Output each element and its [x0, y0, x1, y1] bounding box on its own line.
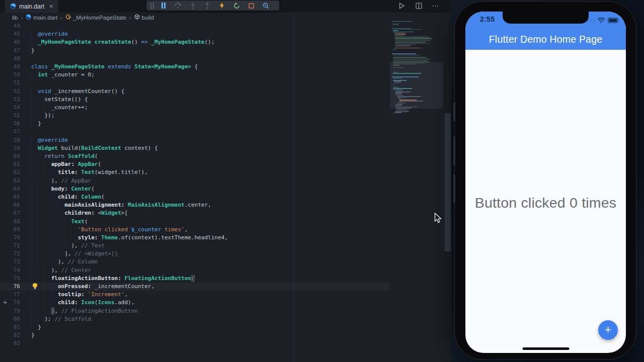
code-line[interactable]: 57	[0, 128, 390, 136]
code-line[interactable]: 69 'Button clicked $_counter times',	[0, 226, 390, 234]
volume-down-button	[453, 174, 455, 203]
code-line[interactable]: 52 void _incrementCounter() {	[0, 87, 390, 96]
code-line[interactable]: 71 ), // Text	[0, 242, 390, 250]
breadcrumb-lib[interactable]: lib	[12, 15, 18, 21]
hot-reload-icon[interactable]	[216, 1, 227, 10]
widget-inspector-icon[interactable]	[260, 1, 271, 10]
code-line[interactable]: 55 });	[0, 112, 390, 120]
code-line[interactable]: 44	[0, 22, 390, 30]
breadcrumb: lib › main.dart › _MyHomePageState › bui…	[0, 13, 451, 22]
battery-icon	[608, 16, 619, 25]
code-line[interactable]: 83	[0, 339, 390, 347]
breadcrumb-myhomepagestate[interactable]: _MyHomePageState	[65, 14, 126, 21]
method-symbol-icon	[134, 14, 140, 21]
wifi-icon	[597, 16, 605, 25]
mute-switch	[453, 102, 455, 121]
notch	[503, 12, 589, 24]
close-icon[interactable]: ×	[49, 3, 53, 10]
minimap[interactable]	[390, 13, 443, 352]
code-line[interactable]: 59 Widget build(BuildContext context) {	[0, 144, 390, 152]
app-bar-title: Flutter Demo Home Page	[465, 34, 626, 45]
code-line[interactable]: 68 Text(	[0, 218, 390, 226]
code-line[interactable]: 49class _MyHomePageState extends State<M…	[0, 63, 390, 71]
code-line[interactable]: 65 child: Column(	[0, 193, 390, 201]
code-line[interactable]: 70 style: Theme.of(context).textTheme.he…	[0, 234, 390, 242]
class-symbol-icon	[65, 14, 71, 21]
code-line[interactable]: 47}	[0, 47, 390, 55]
code-line[interactable]: 72 ], // <Widget>[]	[0, 250, 390, 258]
step-over-icon[interactable]	[173, 1, 184, 10]
code-line[interactable]: 75 floatingActionButton: FloatingActionB…	[0, 275, 390, 283]
chevron-right-icon: ›	[21, 15, 23, 21]
code-line[interactable]: 81 }	[0, 323, 390, 331]
volume-up-button	[453, 136, 455, 165]
code-line[interactable]: 56 }	[0, 120, 390, 128]
code-editor: main.dart ×	[0, 0, 451, 362]
minimap-rows	[392, 21, 442, 117]
code-line[interactable]: 46 _MyHomePageState createState() => _My…	[0, 38, 390, 46]
glyph-margin-plus-icon[interactable]: +	[3, 298, 7, 306]
chevron-right-icon: ›	[60, 15, 62, 21]
debug-toolbar	[146, 1, 279, 11]
editor-scrollbar[interactable]	[444, 13, 451, 362]
code-line[interactable]: 64 body: Center(	[0, 185, 390, 193]
code-line[interactable]: 58 @override	[0, 136, 390, 144]
code-lines: 4445 @override46 _MyHomePageState create…	[0, 22, 390, 348]
tab-title: main.dart	[19, 3, 44, 10]
code-line[interactable]: 48	[0, 55, 390, 63]
tab-main-dart[interactable]: main.dart ×	[5, 0, 58, 13]
code-line[interactable]: 80 ); // Scaffold	[0, 315, 390, 323]
more-actions-icon[interactable]: ⋯	[431, 1, 440, 10]
pause-icon[interactable]	[158, 1, 169, 10]
code-line[interactable]: 61 appBar: AppBar(	[0, 160, 390, 168]
drag-grip-icon[interactable]	[149, 1, 154, 10]
editor-actions: ⋯	[397, 1, 440, 10]
code-line[interactable]: 78 child: Icon(Icons.add),	[0, 299, 390, 307]
code-line[interactable]: 73 ), // Column	[0, 258, 390, 266]
scrollbar-thumb[interactable]	[445, 113, 451, 251]
code-line[interactable]: 67 children: <Widget>[	[0, 209, 390, 217]
step-into-icon[interactable]	[187, 1, 198, 10]
code-line[interactable]: 66 mainAxisAlignment: MainAxisAlignment.…	[0, 201, 390, 209]
chevron-right-icon: ›	[129, 15, 131, 21]
run-icon[interactable]	[397, 1, 406, 10]
code-line[interactable]: 54 _counter++;	[0, 104, 390, 112]
code-line[interactable]: 51	[0, 79, 390, 87]
code-line[interactable]: 53 setState(() {	[0, 96, 390, 104]
fab-increment-button[interactable]: +	[598, 320, 618, 340]
code-line[interactable]: 60 return Scaffold(	[0, 152, 390, 160]
code-line[interactable]: 62 title: Text(widget.title!),	[0, 168, 390, 176]
code-line[interactable]: 82}	[0, 331, 390, 339]
split-editor-icon[interactable]	[414, 1, 423, 10]
dart-icon	[26, 14, 31, 21]
code-line[interactable]: 76 onPressed: _incrementCounter,	[0, 283, 390, 291]
breadcrumb-build[interactable]: build	[134, 14, 154, 21]
app-body: Button clicked 0 times +	[465, 50, 626, 353]
home-indicator[interactable]	[522, 347, 569, 350]
tab-bar: main.dart ×	[0, 0, 451, 13]
dart-icon	[10, 2, 16, 11]
code-line[interactable]: 74 ), // Center	[0, 266, 390, 275]
code-line[interactable]: 45 @override	[0, 30, 390, 38]
code-line[interactable]: 63 ), // AppBar	[0, 177, 390, 185]
app-screen: 2:55 Flutter Demo Home Page Button click…	[465, 12, 626, 353]
plus-icon: +	[605, 325, 611, 335]
step-out-icon[interactable]	[202, 1, 213, 10]
counter-text: Button clicked 0 times	[465, 195, 626, 211]
code-line[interactable]: 77 tooltip: 'Increment',	[0, 291, 390, 299]
code-line[interactable]: 79 ), // FloatingActionButton	[0, 307, 390, 315]
status-time: 2:55	[480, 15, 495, 23]
iphone-simulator: 2:55 Flutter Demo Home Page Button click…	[454, 1, 636, 360]
stop-icon[interactable]	[246, 1, 257, 10]
restart-icon[interactable]	[231, 1, 242, 10]
code-line[interactable]: 50 int _counter = 0;	[0, 71, 390, 79]
breadcrumb-main-dart[interactable]: main.dart	[26, 14, 57, 21]
lightbulb-icon[interactable]	[32, 283, 38, 292]
